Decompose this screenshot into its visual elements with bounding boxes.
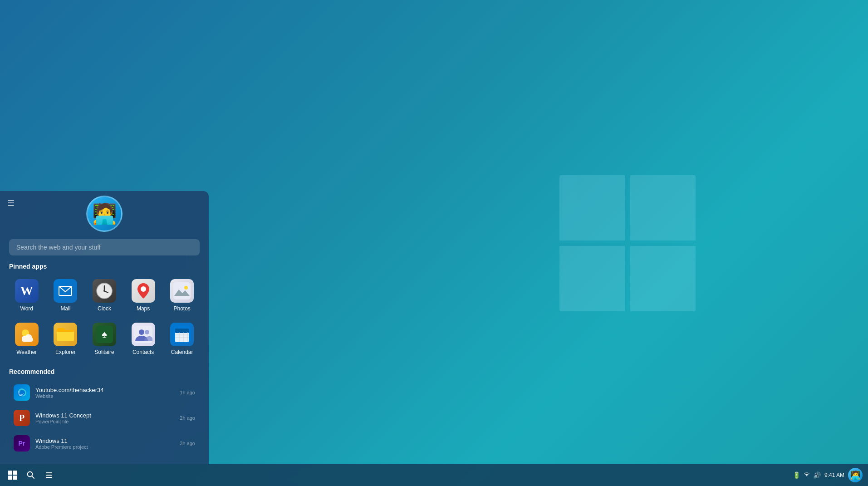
search-bar bbox=[9, 239, 200, 255]
word-label: Word bbox=[20, 305, 33, 312]
rec-title-ppt: Windows 11 Concept bbox=[35, 412, 174, 419]
apps-grid: W Word Mail C bbox=[9, 275, 200, 359]
recommended-title: Recommended bbox=[9, 368, 200, 375]
app-maps[interactable]: Maps bbox=[126, 275, 161, 315]
card-spade-icon: ♠ bbox=[96, 326, 113, 343]
tray-icons: 🔋 🔊 bbox=[793, 471, 821, 479]
svg-line-27 bbox=[32, 476, 34, 478]
svg-rect-6 bbox=[173, 282, 191, 299]
app-solitaire[interactable]: ♠ Solitaire bbox=[87, 319, 122, 359]
word-icon: W bbox=[15, 279, 39, 303]
svg-point-4 bbox=[103, 290, 105, 292]
contacts-label: Contacts bbox=[132, 349, 154, 355]
svg-point-5 bbox=[141, 286, 146, 292]
start-menu: 🧑‍💻 ☰ Pinned apps W Word Mail bbox=[0, 191, 209, 464]
mail-icon bbox=[54, 279, 77, 303]
explorer-icon bbox=[54, 323, 77, 346]
taskbar-time: 9:41 AM bbox=[824, 471, 844, 479]
recommended-list: Youtube.com/thehacker34 Website 1h ago P… bbox=[9, 381, 200, 455]
explorer-label: Explorer bbox=[55, 349, 76, 355]
clock-label: Clock bbox=[98, 305, 111, 312]
rec-item-ppt[interactable]: P Windows 11 Concept PowerPoint file 2h … bbox=[9, 406, 200, 430]
contacts-people-icon bbox=[134, 326, 152, 343]
rec-icon-edge bbox=[14, 384, 30, 401]
photos-icon bbox=[170, 279, 194, 303]
rec-time-premiere: 3h ago bbox=[180, 441, 195, 446]
svg-rect-15 bbox=[175, 332, 189, 342]
rec-subtitle-ppt: PowerPoint file bbox=[35, 419, 174, 424]
solitaire-label: Solitaire bbox=[94, 349, 114, 355]
rec-info-youtube: Youtube.com/thehacker34 Website bbox=[35, 387, 174, 399]
svg-rect-24 bbox=[8, 476, 12, 480]
app-photos[interactable]: Photos bbox=[164, 275, 200, 315]
rec-item-premiere[interactable]: Pr Windows 11 Adobe Premiere project 3h … bbox=[9, 432, 200, 455]
windows-logo bbox=[559, 175, 696, 311]
battery-icon: 🔋 bbox=[793, 471, 800, 479]
search-icon bbox=[27, 471, 35, 479]
app-contacts[interactable]: Contacts bbox=[126, 319, 161, 359]
rec-time-ppt: 2h ago bbox=[180, 415, 195, 421]
taskbar-left bbox=[5, 468, 56, 482]
taskbar-search-button[interactable] bbox=[24, 468, 38, 482]
rec-icon-powerpoint: P bbox=[14, 410, 30, 426]
svg-rect-23 bbox=[13, 471, 17, 475]
rec-info-ppt: Windows 11 Concept PowerPoint file bbox=[35, 412, 174, 424]
svg-rect-25 bbox=[13, 476, 17, 480]
weather-sun-cloud-icon bbox=[17, 326, 36, 343]
svg-rect-22 bbox=[8, 471, 12, 475]
rec-subtitle-youtube: Website bbox=[35, 393, 174, 399]
taskbar-right: 🔋 🔊 9:41 AM 🧑‍💻 bbox=[793, 468, 863, 482]
pinned-apps-title: Pinned apps bbox=[9, 263, 200, 270]
wifi-icon bbox=[803, 471, 810, 479]
clock-icon bbox=[93, 279, 116, 303]
svg-rect-16 bbox=[175, 329, 189, 333]
photo-mountain-icon bbox=[173, 282, 191, 299]
time-display: 9:41 AM bbox=[824, 471, 844, 479]
calendar-grid-icon bbox=[173, 326, 191, 343]
win-logo-pane-tl bbox=[559, 175, 625, 241]
svg-point-13 bbox=[145, 330, 149, 334]
calendar-icon bbox=[170, 323, 194, 346]
win-logo-pane-tr bbox=[630, 175, 696, 241]
taskbar-widgets-button[interactable] bbox=[42, 468, 56, 482]
win-logo-pane-bl bbox=[559, 246, 625, 311]
volume-icon: 🔊 bbox=[813, 471, 821, 479]
photos-label: Photos bbox=[174, 305, 191, 312]
mail-envelope-icon bbox=[59, 286, 72, 296]
folder-icon bbox=[56, 326, 74, 343]
svg-text:♠: ♠ bbox=[102, 329, 107, 340]
rec-icon-premiere: Pr bbox=[14, 435, 30, 452]
calendar-label: Calendar bbox=[171, 349, 193, 355]
svg-point-12 bbox=[139, 329, 144, 335]
hamburger-button[interactable]: ☰ bbox=[7, 198, 15, 208]
rec-item-youtube[interactable]: Youtube.com/thehacker34 Website 1h ago bbox=[9, 381, 200, 404]
app-explorer[interactable]: Explorer bbox=[48, 319, 83, 359]
contacts-icon bbox=[132, 323, 155, 346]
mail-label: Mail bbox=[60, 305, 70, 312]
svg-point-7 bbox=[184, 286, 188, 290]
start-button[interactable] bbox=[5, 468, 20, 482]
user-avatar[interactable]: 🧑‍💻 bbox=[86, 196, 123, 232]
app-word[interactable]: W Word bbox=[9, 275, 44, 315]
rec-info-premiere: Windows 11 Adobe Premiere project bbox=[35, 437, 174, 450]
rec-title-youtube: Youtube.com/thehacker34 bbox=[35, 387, 174, 393]
map-pin-icon bbox=[137, 282, 150, 299]
app-mail[interactable]: Mail bbox=[48, 275, 83, 315]
weather-label: Weather bbox=[16, 349, 37, 355]
windows-start-icon bbox=[8, 471, 17, 480]
weather-icon bbox=[15, 323, 39, 346]
search-input[interactable] bbox=[9, 239, 200, 255]
maps-icon bbox=[132, 279, 155, 303]
app-clock[interactable]: Clock bbox=[87, 275, 122, 315]
app-calendar[interactable]: Calendar bbox=[164, 319, 200, 359]
maps-label: Maps bbox=[137, 305, 150, 312]
solitaire-icon: ♠ bbox=[93, 323, 116, 346]
taskbar-avatar[interactable]: 🧑‍💻 bbox=[848, 468, 863, 482]
win-logo-pane-br bbox=[630, 246, 696, 311]
widgets-icon bbox=[45, 471, 53, 479]
app-weather[interactable]: Weather bbox=[9, 319, 44, 359]
rec-subtitle-premiere: Adobe Premiere project bbox=[35, 444, 174, 450]
taskbar: 🔋 🔊 9:41 AM 🧑‍💻 bbox=[0, 464, 868, 486]
rec-time-youtube: 1h ago bbox=[180, 390, 195, 395]
clock-face-icon bbox=[96, 282, 113, 299]
